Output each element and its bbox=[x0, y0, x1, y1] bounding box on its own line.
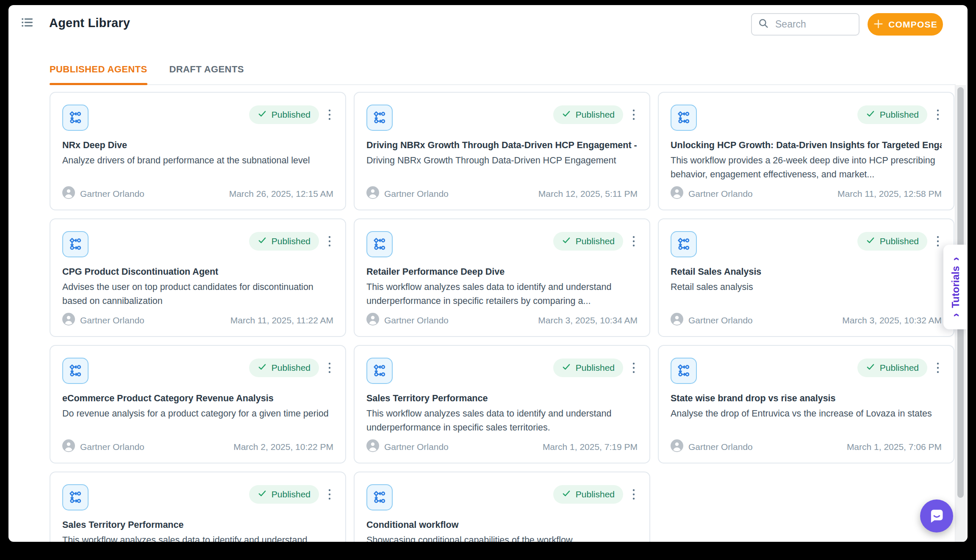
tutorials-side-tab-label: › Tutorials › bbox=[950, 257, 962, 317]
avatar-icon bbox=[671, 186, 683, 201]
kebab-menu-icon[interactable] bbox=[934, 359, 942, 377]
agent-card[interactable]: Published CPG Product Discontinuation Ag… bbox=[50, 218, 346, 337]
card-description: Advises the user on top product candidat… bbox=[62, 280, 333, 308]
card-author: Gartner Orlando bbox=[384, 315, 449, 326]
card-date: March 12, 2025, 5:11 PM bbox=[538, 189, 638, 199]
workflow-agent-icon bbox=[62, 105, 89, 131]
card-header: Published bbox=[62, 105, 333, 131]
agent-card[interactable]: Published Conditional workflow Showcasin… bbox=[354, 472, 650, 542]
card-header: Published bbox=[62, 484, 333, 510]
workflow-agent-icon bbox=[671, 358, 697, 384]
card-header: Published bbox=[366, 231, 638, 257]
card-author: Gartner Orlando bbox=[688, 315, 753, 326]
avatar-icon bbox=[671, 313, 683, 328]
card-title: CPG Product Discontinuation Agent bbox=[62, 267, 333, 277]
status-badge: Published bbox=[249, 105, 319, 124]
card-title: NRx Deep Dive bbox=[62, 140, 333, 151]
check-icon bbox=[258, 362, 267, 373]
agent-card[interactable]: Published Unlocking HCP Growth: Data-Dri… bbox=[658, 92, 954, 210]
card-title: Retailer Performance Deep Dive bbox=[366, 267, 638, 277]
status-badge-label: Published bbox=[880, 236, 919, 246]
tab-published-agents[interactable]: PUBLISHED AGENTS bbox=[50, 55, 147, 84]
kebab-menu-icon[interactable] bbox=[326, 232, 333, 251]
chevron-icon: › bbox=[950, 313, 961, 317]
agent-card[interactable]: Published Retailer Performance Deep Dive… bbox=[354, 218, 650, 337]
card-header: Published bbox=[62, 231, 333, 257]
status-badge: Published bbox=[553, 485, 623, 504]
search-box[interactable] bbox=[751, 13, 860, 36]
card-footer: Gartner Orlando March 3, 2025, 10:34 AM bbox=[366, 313, 638, 328]
status-badge: Published bbox=[857, 359, 927, 377]
status-badge-label: Published bbox=[576, 363, 615, 373]
workflow-agent-icon bbox=[366, 105, 393, 131]
card-author: Gartner Orlando bbox=[688, 189, 753, 199]
avatar-icon bbox=[366, 186, 379, 201]
card-header-actions: Published bbox=[249, 232, 333, 251]
agent-library-window: Agent Library COMPOSE PUBLISHED AGENTS bbox=[8, 5, 968, 542]
card-header-actions: Published bbox=[857, 359, 942, 377]
card-description: Analyze drivers of brand performance at … bbox=[62, 154, 333, 168]
status-badge-label: Published bbox=[576, 110, 615, 120]
workflow-agent-icon bbox=[671, 105, 697, 131]
kebab-menu-icon[interactable] bbox=[326, 359, 333, 377]
status-badge-label: Published bbox=[880, 363, 919, 373]
tab-draft-agents[interactable]: DRAFT AGENTS bbox=[169, 55, 244, 84]
kebab-menu-icon[interactable] bbox=[326, 485, 333, 504]
avatar-icon bbox=[366, 313, 379, 328]
list-icon bbox=[20, 16, 34, 30]
status-badge-label: Published bbox=[272, 110, 311, 120]
status-badge-label: Published bbox=[272, 363, 311, 373]
chat-launcher-button[interactable] bbox=[920, 499, 953, 532]
card-date: March 3, 2025, 10:32 AM bbox=[842, 315, 942, 326]
search-input[interactable] bbox=[774, 18, 859, 30]
card-title: Retail Sales Analysis bbox=[671, 267, 942, 277]
kebab-menu-icon[interactable] bbox=[934, 232, 942, 251]
card-header-actions: Published bbox=[553, 232, 638, 251]
agent-card[interactable]: Published Sales Territory Performance Th… bbox=[354, 345, 650, 463]
plus-icon bbox=[873, 19, 884, 30]
card-title: Driving NBRx Growth Through Data-Driven … bbox=[366, 140, 638, 151]
avatar-icon bbox=[62, 313, 75, 328]
kebab-menu-icon[interactable] bbox=[630, 359, 638, 377]
card-header: Published bbox=[671, 105, 942, 131]
check-icon bbox=[562, 489, 571, 500]
agent-card[interactable]: Published Driving NBRx Growth Through Da… bbox=[354, 92, 650, 210]
workflow-agent-icon bbox=[62, 358, 89, 384]
kebab-menu-icon[interactable] bbox=[630, 485, 638, 504]
status-badge-label: Published bbox=[576, 489, 615, 499]
compose-button[interactable]: COMPOSE bbox=[868, 13, 943, 36]
agent-card[interactable]: Published eCommerce Product Category Rev… bbox=[50, 345, 346, 463]
agent-card[interactable]: Published State wise brand drop vs rise … bbox=[658, 345, 954, 463]
status-badge-label: Published bbox=[880, 110, 919, 120]
kebab-menu-icon[interactable] bbox=[934, 105, 942, 124]
status-badge: Published bbox=[249, 485, 319, 504]
search-icon bbox=[758, 18, 769, 31]
agent-card[interactable]: Published Retail Sales Analysis Retail s… bbox=[658, 218, 954, 337]
card-author: Gartner Orlando bbox=[80, 315, 144, 326]
workflow-agent-icon bbox=[366, 358, 393, 384]
tutorials-side-tab[interactable]: › Tutorials › bbox=[943, 245, 968, 329]
status-badge: Published bbox=[553, 232, 623, 251]
compose-button-label: COMPOSE bbox=[888, 19, 937, 30]
card-header-actions: Published bbox=[553, 485, 638, 504]
card-header: Published bbox=[62, 358, 333, 384]
card-description: Showcasing conditional capabilities of t… bbox=[366, 533, 638, 542]
kebab-menu-icon[interactable] bbox=[326, 105, 333, 124]
card-header-actions: Published bbox=[553, 105, 638, 124]
status-badge-label: Published bbox=[576, 236, 615, 246]
status-badge: Published bbox=[249, 359, 319, 377]
card-header-actions: Published bbox=[553, 359, 638, 377]
kebab-menu-icon[interactable] bbox=[630, 232, 638, 251]
card-footer: Gartner Orlando March 26, 2025, 12:15 AM bbox=[62, 186, 333, 201]
card-footer: Gartner Orlando March 1, 2025, 7:19 PM bbox=[366, 439, 638, 454]
agent-card[interactable]: Published Sales Territory Performance Th… bbox=[50, 472, 346, 542]
check-icon bbox=[562, 362, 571, 373]
card-author: Gartner Orlando bbox=[688, 442, 753, 452]
card-date: March 1, 2025, 7:19 PM bbox=[543, 442, 638, 452]
kebab-menu-icon[interactable] bbox=[630, 105, 638, 124]
card-description: This workflow analyzes sales data to ide… bbox=[62, 533, 333, 542]
sidebar-toggle-button[interactable] bbox=[19, 14, 36, 31]
status-badge: Published bbox=[249, 232, 319, 251]
agent-card[interactable]: Published NRx Deep Dive Analyze drivers … bbox=[50, 92, 346, 210]
card-author: Gartner Orlando bbox=[384, 189, 449, 199]
